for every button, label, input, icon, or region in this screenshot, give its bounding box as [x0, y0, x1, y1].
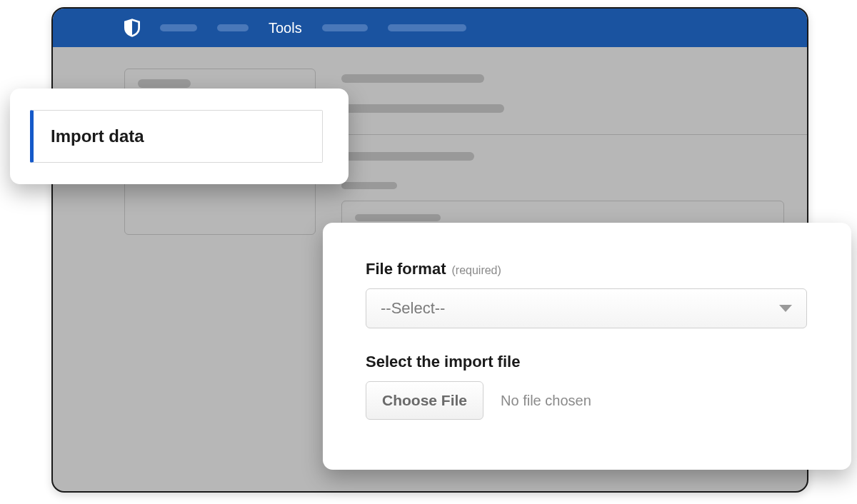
required-hint: (required)	[451, 264, 501, 277]
nav-item-tools[interactable]: Tools	[269, 20, 302, 36]
import-form-callout: File format (required) --Select-- Select…	[323, 223, 851, 470]
select-file-label: Select the import file	[366, 353, 808, 371]
nav-item-placeholder[interactable]	[388, 24, 466, 31]
nav-item-placeholder[interactable]	[217, 24, 249, 31]
file-status: No file chosen	[501, 393, 591, 409]
nav-item-placeholder[interactable]	[322, 24, 368, 31]
file-format-label: File format	[366, 260, 446, 278]
sidebar-item-import-data[interactable]: Import data	[30, 110, 323, 163]
content-placeholder	[341, 152, 474, 161]
nav-item-placeholder[interactable]	[160, 24, 197, 31]
header-bar: Tools	[53, 9, 807, 47]
content-placeholder	[341, 104, 504, 113]
file-format-select[interactable]: --Select--	[366, 288, 807, 328]
shield-icon	[124, 19, 140, 37]
select-placeholder: --Select--	[381, 299, 445, 318]
main-column	[341, 69, 807, 235]
chevron-down-icon	[779, 305, 792, 312]
choose-file-button[interactable]: Choose File	[366, 381, 483, 420]
sidebar-item[interactable]	[138, 79, 191, 88]
content-placeholder	[341, 182, 397, 189]
content-placeholder	[341, 74, 484, 83]
file-format-label-row: File format (required)	[366, 260, 808, 278]
file-input-row: Choose File No file chosen	[366, 381, 808, 420]
section-divider	[341, 134, 807, 135]
sidebar-callout: Import data	[10, 89, 349, 184]
content-placeholder	[355, 214, 441, 221]
sidebar-item-label: Import data	[51, 126, 305, 146]
